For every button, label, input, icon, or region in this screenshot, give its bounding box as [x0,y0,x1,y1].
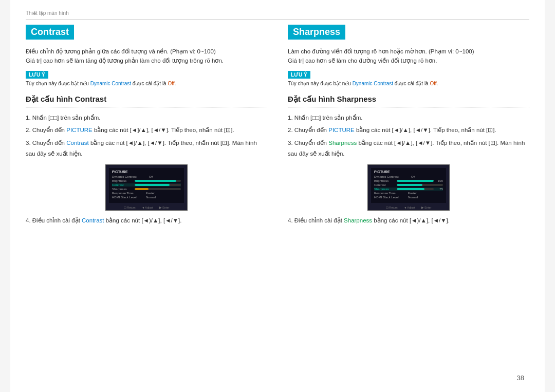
contrast-steps: 1. Nhấn [□□] trên sản phẩm. 2. Chuyển đế… [26,113,267,159]
contrast-monitor-bottom: ⊡ Return◄ Adjust▶ Enter [106,206,187,209]
sharpness-monitor-menu: PICTURE Dynamic Contrast Off Brightness … [371,168,446,203]
contrast-step3: 3. Chuyển đến Contrast bằng các nút [◄]/… [26,138,267,159]
contrast-section: Contrast Điều chỉnh độ tương phản giữa c… [26,25,267,224]
sharpness-menu-item-5: HDMI Black Level Normal [374,196,443,199]
contrast-monitor-screen: PICTURE Dynamic Contrast Off Brightness … [109,168,184,203]
sharpness-monitor-image: PICTURE Dynamic Contrast Off Brightness … [367,164,450,211]
sharpness-menu-item-4: Response Time Faster [374,192,443,195]
contrast-sub-title: Đặt cấu hình Contrast [26,95,267,107]
sharpness-step1: 1. Nhấn [□□] trên sản phẩm. [288,113,529,123]
sharpness-desc2: Giá trị cao hơn sẽ làm cho đường viền đố… [288,58,437,64]
sharpness-sub-title: Đặt cấu hình Sharpness [288,95,529,107]
contrast-step4: 4. Điều chỉnh cài đặt Contrast bằng các … [26,217,267,224]
sharpness-section: Sharpness Làm cho đường viền đối tượng r… [288,25,529,224]
contrast-desc1: Điều chỉnh độ tương phản giữa các đối tư… [26,48,216,54]
sharpness-menu-title: PICTURE [374,170,443,174]
contrast-note-label: LƯU Ý [26,71,48,79]
contrast-menu-item-4: Response Time Faster [112,192,181,195]
contrast-menu-item-1: Brightness [112,179,181,182]
sharpness-monitor-screen: PICTURE Dynamic Contrast Off Brightness … [371,168,446,203]
contrast-desc2: Giá trị cao hơn sẽ làm tăng độ tương phả… [26,58,224,64]
sharpness-note-label: LƯU Ý [288,71,310,79]
contrast-menu-item-0: Dynamic Contrast Off [112,175,181,178]
page-number: 38 [517,374,524,382]
sharpness-step2: 2. Chuyển đến PICTURE bằng các nút [◄]/▲… [288,125,529,136]
contrast-title: Contrast [26,25,74,40]
sharpness-step4: 4. Điều chỉnh cài đặt Sharpness bằng các… [288,217,529,224]
sharpness-menu-item-1: Brightness 100 [374,179,443,182]
sharpness-steps: 1. Nhấn [□□] trên sản phẩm. 2. Chuyển đế… [288,113,529,159]
contrast-monitor-menu: PICTURE Dynamic Contrast Off Brightness … [109,168,184,203]
sharpness-menu-item-3: Sharpness 75 [374,188,443,191]
sharpness-monitor-bottom: ⊡ Return◄ Adjust▶ Enter [368,206,449,209]
sharpness-menu-item-2: Contrast [374,183,443,186]
contrast-step2: 2. Chuyển đến PICTURE bằng các nút [◄]/▲… [26,125,267,136]
sharpness-menu-item-0: Dynamic Contrast Off [374,175,443,178]
sharpness-desc1: Làm cho đường viền đối tượng rõ hơn hoặc… [288,48,474,54]
contrast-menu-item-2: Contrast [112,183,181,186]
contrast-desc: Điều chỉnh độ tương phản giữa các đối tư… [26,47,267,66]
contrast-monitor-image: PICTURE Dynamic Contrast Off Brightness … [105,164,188,211]
breadcrumb: Thiết lập màn hình [26,10,529,20]
sharpness-title: Sharpness [288,25,345,40]
sharpness-note-text: Tùy chọn này được bật nếu Dynamic Contra… [288,81,529,86]
two-col-layout: Contrast Điều chỉnh độ tương phản giữa c… [26,25,529,224]
contrast-menu-item-3: Sharpness [112,188,181,191]
contrast-note-text: Tùy chọn này được bật nếu Dynamic Contra… [26,81,267,86]
contrast-menu-item-5: HDMI Black Level Normal [112,196,181,199]
contrast-menu-title: PICTURE [112,170,181,174]
sharpness-step3: 3. Chuyển đến Sharpness bằng các nút [◄]… [288,138,529,159]
contrast-step1: 1. Nhấn [□□] trên sản phẩm. [26,113,267,123]
page: Thiết lập màn hình Contrast Điều chỉnh đ… [10,0,545,392]
sharpness-desc: Làm cho đường viền đối tượng rõ hơn hoặc… [288,47,529,66]
